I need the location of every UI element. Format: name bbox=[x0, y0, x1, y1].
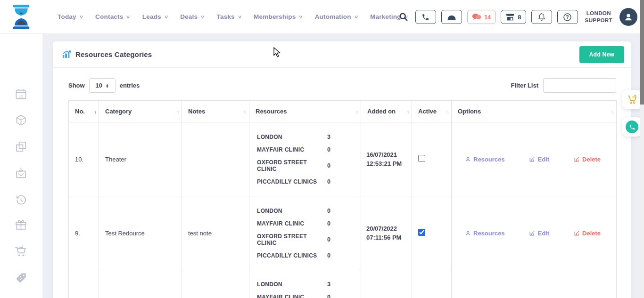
resources-link[interactable]: Resources bbox=[465, 156, 504, 163]
phone-calls-button[interactable] bbox=[415, 10, 436, 24]
nav-today[interactable]: Today∨ bbox=[58, 13, 83, 20]
calendar-icon[interactable]: 12 bbox=[15, 88, 27, 102]
nav-tasks-label: Tasks bbox=[217, 13, 235, 20]
cell-resources: LONDON3 MAYFAIR CLINIC0 bbox=[249, 270, 361, 298]
sort-icon: ↑↓ bbox=[446, 109, 448, 114]
nav-deals[interactable]: Deals∨ bbox=[180, 13, 204, 20]
nav-leads[interactable]: Leads∨ bbox=[142, 13, 168, 20]
chat-messages-button[interactable]: 14 bbox=[467, 10, 495, 24]
app-logo[interactable] bbox=[0, 5, 42, 29]
nav-memberships-label: Memberships bbox=[254, 13, 296, 20]
nav-marketing-label: Marketing bbox=[370, 13, 401, 20]
cart-icon bbox=[627, 95, 637, 105]
person-icon bbox=[465, 230, 471, 236]
table-controls: Show 10 ▲▼ entries Filter List bbox=[68, 78, 616, 93]
cell-added-on: 16/07/202112:53:21 PM bbox=[361, 122, 412, 196]
left-sidebar: 12 bbox=[0, 34, 42, 298]
active-checkbox[interactable] bbox=[418, 229, 425, 236]
floating-cart-button[interactable] bbox=[622, 90, 642, 109]
add-new-button[interactable]: Add New bbox=[579, 46, 624, 63]
user-avatar[interactable] bbox=[619, 8, 637, 26]
history-icon[interactable] bbox=[15, 193, 27, 208]
vertical-scrollbar[interactable] bbox=[640, 0, 644, 298]
resource-item: PICCADILLY CLINICS0 bbox=[257, 178, 354, 185]
page-title: Resources Categories bbox=[62, 50, 152, 58]
cell-active bbox=[412, 196, 452, 270]
edit-link[interactable]: Edit bbox=[529, 156, 549, 163]
edit-icon bbox=[529, 156, 535, 162]
cell-active bbox=[412, 122, 452, 196]
svg-text:12: 12 bbox=[19, 94, 24, 98]
topbar: Today∨ Contacts∨ Leads∨ Deals∨ Tasks∨ Me… bbox=[0, 0, 644, 34]
resource-item: PICCADILLY CLINICS0 bbox=[257, 252, 354, 259]
cell-added-on bbox=[361, 270, 412, 298]
edit-icon bbox=[529, 230, 535, 236]
column-header-no[interactable]: No.↑↓ bbox=[69, 101, 99, 122]
column-header-added-on[interactable]: Added on↑↓ bbox=[361, 101, 412, 122]
resource-item: MAYFAIR CLINIC0 bbox=[257, 220, 354, 227]
cell-resources: LONDON0 MAYFAIR CLINIC0 OXFORD STREET CL… bbox=[249, 196, 361, 270]
hourglass-logo-icon bbox=[11, 5, 32, 29]
cell-no: 10. bbox=[69, 122, 99, 196]
chevron-down-icon: ∨ bbox=[164, 14, 168, 19]
calendar-download-icon[interactable] bbox=[15, 167, 27, 181]
nav-tasks[interactable]: Tasks∨ bbox=[217, 13, 242, 20]
help-icon: ? bbox=[563, 13, 572, 22]
help-button[interactable]: ? bbox=[557, 10, 578, 24]
bell-icon bbox=[538, 13, 545, 21]
sort-icon: ↑↓ bbox=[406, 109, 409, 114]
resources-categories-card: Resources Categories Add New Show 10 ▲▼ … bbox=[53, 41, 631, 298]
floating-phone-button[interactable] bbox=[622, 117, 642, 137]
sort-icon: ↑↓ bbox=[611, 109, 613, 114]
column-header-category[interactable]: Category↑↓ bbox=[99, 101, 182, 122]
resources-link[interactable]: Resources bbox=[465, 230, 504, 237]
chart-icon bbox=[62, 50, 71, 58]
notifications-button[interactable] bbox=[531, 10, 552, 24]
inbox-button[interactable] bbox=[441, 10, 462, 24]
store-button[interactable]: 8 bbox=[501, 10, 526, 24]
inbox-icon bbox=[447, 14, 456, 20]
topbar-actions: 14 8 ? LONDON SUPPORT bbox=[399, 0, 637, 34]
column-header-notes[interactable]: Notes↑↓ bbox=[182, 101, 249, 122]
user-name-line1: LONDON bbox=[585, 10, 612, 17]
delete-link[interactable]: Delete bbox=[574, 230, 601, 237]
delete-icon bbox=[574, 230, 580, 236]
chat-count-badge: 14 bbox=[484, 14, 491, 21]
cell-category: Theater bbox=[99, 122, 182, 196]
active-checkbox[interactable] bbox=[418, 155, 425, 162]
person-icon bbox=[623, 12, 634, 22]
column-header-active[interactable]: Active↑↓ bbox=[412, 101, 452, 122]
nav-automation[interactable]: Automation∨ bbox=[315, 13, 358, 20]
filter-input[interactable] bbox=[543, 78, 616, 93]
column-header-resources[interactable]: Resources↑↓ bbox=[249, 101, 361, 122]
delete-link[interactable]: Delete bbox=[574, 156, 601, 163]
edit-link[interactable]: Edit bbox=[529, 230, 549, 237]
cell-notes: test note bbox=[182, 196, 249, 270]
table-row: 10. Theater LONDON3 MAYFAIR CLINIC0 OXFO… bbox=[69, 122, 617, 196]
app-screen: Today∨ Contacts∨ Leads∨ Deals∨ Tasks∨ Me… bbox=[0, 0, 644, 298]
nav-contacts[interactable]: Contacts∨ bbox=[95, 13, 130, 20]
cart-icon[interactable] bbox=[15, 245, 27, 260]
table-row: 9. Test Redource test note LONDON0 MAYFA… bbox=[69, 196, 617, 270]
copy-icon[interactable] bbox=[15, 140, 27, 155]
scrollbar-thumb[interactable] bbox=[640, 0, 644, 105]
page-length-select[interactable]: 10 ▲▼ bbox=[89, 78, 116, 93]
entries-label: entries bbox=[120, 82, 140, 89]
resource-item: LONDON3 bbox=[257, 281, 354, 288]
card-header: Resources Categories Add New bbox=[53, 41, 631, 68]
person-icon bbox=[465, 156, 471, 162]
search-icon[interactable] bbox=[399, 12, 408, 22]
cell-options: Resources Edit Delete bbox=[452, 122, 617, 196]
nav-memberships[interactable]: Memberships∨ bbox=[254, 13, 303, 20]
gift-icon[interactable] bbox=[15, 219, 27, 234]
cell-notes bbox=[182, 270, 249, 298]
resources-categories-table: No.↑↓ Category↑↓ Notes↑↓ Resources↑↓ Add… bbox=[68, 100, 617, 298]
tag-icon[interactable] bbox=[15, 272, 27, 286]
table-row: LONDON3 MAYFAIR CLINIC0 bbox=[69, 270, 617, 298]
cell-category: Test Redource bbox=[99, 196, 182, 270]
column-header-options[interactable]: Options↑↓ bbox=[452, 101, 617, 122]
svg-text:?: ? bbox=[566, 15, 569, 20]
sort-icon: ↑↓ bbox=[93, 109, 96, 114]
cube-icon[interactable] bbox=[15, 114, 27, 129]
phone-circle bbox=[626, 121, 638, 133]
